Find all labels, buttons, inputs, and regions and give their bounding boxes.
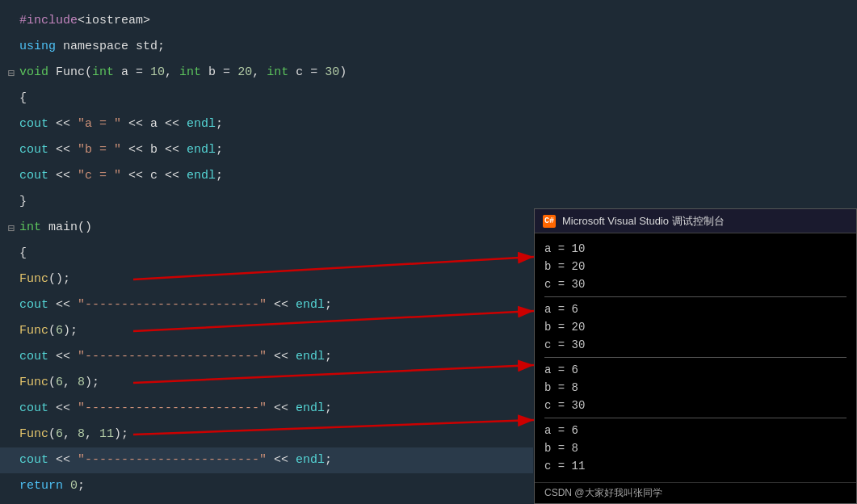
code-line: Func(6, 8); [0, 370, 533, 396]
token: { [19, 246, 27, 260]
code-tokens: { [19, 241, 27, 267]
console-line: b = 8 [544, 379, 846, 397]
code-tokens: cout << "------------------------" << en… [19, 344, 332, 370]
code-line: Func(6); [0, 318, 533, 344]
token: ( [48, 324, 56, 338]
token: endl [187, 169, 216, 183]
console-body: a = 10b = 20c = 30a = 6b = 20c = 30a = 6… [535, 233, 856, 482]
code-tokens: Func(); [19, 267, 70, 292]
code-tokens: cout << "b = " << b << endl; [19, 137, 223, 163]
token: "b = " [78, 143, 121, 157]
code-tokens: using namespace std; [19, 34, 165, 60]
token: Func [19, 272, 48, 286]
console-icon-label: C# [544, 216, 554, 225]
code-line: Func(); [0, 267, 533, 292]
token: c = [288, 65, 325, 79]
token: 6 [56, 427, 63, 441]
token: Func( [48, 65, 92, 79]
token: << [267, 453, 296, 467]
code-line: cout << "a = " << a << endl; [0, 111, 533, 137]
console-divider [544, 418, 846, 418]
console-line: a = 6 [544, 422, 846, 439]
token: cout [19, 117, 48, 131]
code-line: ⊟int main() [0, 215, 533, 241]
token: #include [19, 14, 78, 27]
console-divider [544, 296, 846, 297]
token: int [267, 65, 288, 79]
token: << [267, 350, 296, 363]
token: endl [187, 143, 216, 157]
code-line: return 0; [0, 473, 533, 499]
code-line: } [0, 499, 533, 504]
token: void [19, 65, 48, 79]
code-tokens: cout << "------------------------" << en… [19, 396, 332, 422]
code-line: { [0, 86, 533, 111]
token: 8 [78, 427, 85, 441]
console-panel: C# Microsoft Visual Studio 调试控制台 a = 10b… [534, 208, 857, 504]
token: 0 [70, 479, 78, 493]
token: << [267, 298, 296, 312]
token: (); [48, 272, 70, 286]
code-line: #include<iostream> [0, 8, 533, 34]
token: ); [85, 376, 99, 389]
code-line: using namespace std; [0, 34, 533, 60]
token: Func [19, 324, 48, 338]
console-divider [544, 357, 846, 358]
token: << [48, 117, 78, 131]
code-line: cout << "------------------------" << en… [0, 344, 533, 370]
token: } [19, 195, 27, 208]
token: << [48, 350, 78, 363]
token: std [136, 40, 158, 53]
token: ; [325, 401, 332, 415]
token: ) [339, 65, 347, 79]
code-tokens: return 0; [19, 473, 85, 499]
token: , [85, 427, 99, 441]
token: b = [201, 65, 237, 79]
token: namespace [56, 40, 136, 53]
token: cout [19, 401, 48, 415]
token: ; [325, 453, 332, 467]
console-line: c = 30 [544, 397, 846, 414]
token: ( [48, 376, 56, 389]
token: 10 [150, 65, 165, 79]
code-tokens: { [19, 86, 27, 111]
token: ; [216, 143, 223, 157]
token: "------------------------" [78, 298, 267, 312]
token: endl [187, 117, 216, 131]
console-footer-text: CSDN @大家好我叫张同学 [544, 486, 662, 500]
token: cout [19, 143, 48, 157]
token: ; [78, 479, 85, 493]
token: 30 [325, 65, 339, 79]
code-tokens: void Func(int a = 10, int b = 20, int c … [19, 60, 347, 86]
code-line: { [0, 241, 533, 267]
console-line: a = 6 [544, 300, 846, 318]
token: cout [19, 453, 48, 467]
token: endl [296, 401, 325, 415]
token: "a = " [78, 117, 121, 131]
token: { [19, 91, 27, 105]
token: using [19, 40, 56, 53]
token: "c = " [78, 169, 121, 183]
console-line: a = 10 [544, 240, 846, 258]
token: int [179, 65, 201, 79]
token: cout [19, 350, 48, 363]
token: , [63, 376, 78, 389]
token: a = [114, 65, 150, 79]
code-tokens: cout << "------------------------" << en… [19, 292, 332, 318]
token: << [48, 298, 78, 312]
token: << [48, 143, 78, 157]
token: endl [296, 298, 325, 312]
token: << a << [121, 117, 187, 131]
token: ; [158, 40, 165, 53]
token: "------------------------" [78, 401, 267, 415]
code-tokens: Func(6); [19, 318, 78, 344]
token: ); [114, 427, 128, 441]
code-tokens: cout << "------------------------" << en… [19, 447, 332, 473]
code-line: ⊟void Func(int a = 10, int b = 20, int c… [0, 60, 533, 86]
token: 20 [237, 65, 252, 79]
token: << [48, 401, 78, 415]
token: return [19, 479, 63, 493]
code-line: cout << "b = " << b << endl; [0, 137, 533, 163]
console-line: c = 30 [544, 275, 846, 293]
line-gutter: ⊟ [0, 221, 15, 235]
